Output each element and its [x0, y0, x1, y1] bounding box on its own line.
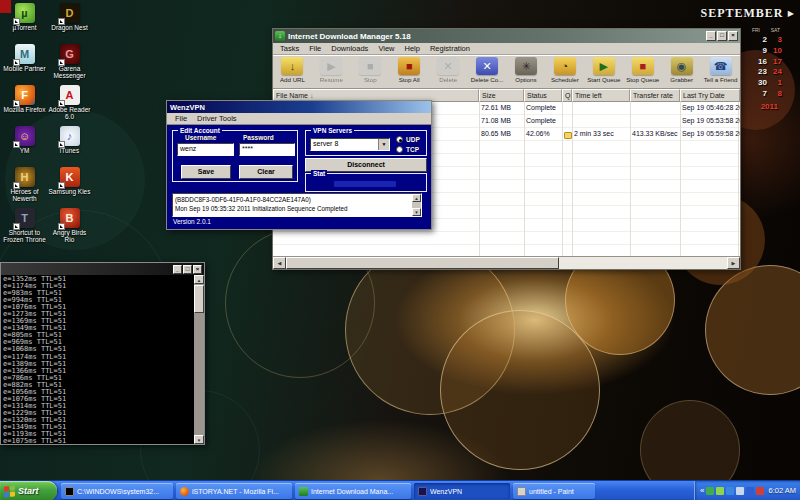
- close-button[interactable]: ×: [193, 265, 202, 274]
- calendar-date: 2: [752, 35, 767, 46]
- desktop-icon-frozen-throne[interactable]: T Shortcut to Frozen Throne: [2, 207, 47, 248]
- command-prompt-output: e=1352ms TTL=51 e=1174ms TTL=51 e=983ms …: [1, 275, 204, 444]
- username-field[interactable]: wenz: [177, 143, 234, 156]
- minimize-button[interactable]: _: [706, 31, 716, 41]
- password-field[interactable]: ****: [239, 143, 295, 156]
- maximize-button[interactable]: □: [717, 31, 727, 41]
- scroll-down-icon[interactable]: ▼: [412, 208, 421, 216]
- add-url-button[interactable]: ↓Add URL: [273, 57, 312, 88]
- scroll-up-icon[interactable]: ▲: [194, 275, 204, 284]
- stop-all-button[interactable]: ■Stop All: [390, 57, 429, 88]
- udp-radio[interactable]: [396, 136, 403, 143]
- desktop-icon-grid: µ µTorrent D Dragon Nest M Mobile Partne…: [2, 2, 92, 248]
- shortcut-arrow-icon: [58, 59, 65, 66]
- task-command-prompt[interactable]: C:\WINDOWS\system32...: [61, 483, 173, 499]
- tray-collapse-chevron[interactable]: «: [700, 487, 704, 495]
- idm-tray-icon[interactable]: [716, 487, 724, 495]
- scrollbar-thumb[interactable]: [286, 257, 559, 269]
- add-url-icon: ↓: [281, 57, 303, 75]
- scrollbar-thumb[interactable]: [194, 285, 204, 313]
- column-header-size[interactable]: Size: [479, 89, 524, 102]
- server-dropdown[interactable]: server 8 ▼: [310, 138, 390, 151]
- sort-arrow-icon: ↓: [310, 92, 314, 99]
- desktop-icon-label: Mobile Partner: [2, 65, 47, 72]
- desktop-icon-garena-messenger[interactable]: G Garena Messenger: [47, 43, 92, 84]
- menu-help[interactable]: Help: [400, 43, 425, 54]
- delete-button[interactable]: ✕Delete: [429, 57, 468, 88]
- clear-button[interactable]: Clear: [239, 165, 293, 179]
- calendar-next-arrow-icon[interactable]: ▶: [788, 9, 794, 18]
- network-globe-tray-icon[interactable]: [726, 487, 734, 495]
- scroll-right-icon[interactable]: ▶: [727, 257, 740, 269]
- dragon-nest-icon: D: [60, 3, 80, 23]
- edit-account-legend: Edit Account: [178, 127, 222, 134]
- column-header-last-try[interactable]: Last Try Date: [680, 89, 740, 102]
- options-button[interactable]: ✳Options: [507, 57, 546, 88]
- scroll-down-icon[interactable]: ▼: [194, 435, 204, 444]
- messenger-tray-icon[interactable]: [746, 487, 754, 495]
- resume-button[interactable]: ▶Resume: [312, 57, 351, 88]
- vpn-tray-icon[interactable]: [706, 487, 714, 495]
- column-header-status[interactable]: Status: [524, 89, 562, 102]
- firefox-icon: [180, 487, 189, 496]
- tell-a-friend-button[interactable]: ☎Tell a Friend: [701, 57, 740, 88]
- menu-tasks[interactable]: Tasks: [275, 43, 304, 54]
- stop-button[interactable]: ■Stop: [351, 57, 390, 88]
- taskbar-clock: 6:02 AM: [768, 486, 796, 495]
- menu-driver-tools[interactable]: Driver Tools: [192, 113, 241, 124]
- connection-tray-icon[interactable]: [736, 487, 744, 495]
- dropdown-arrow-icon[interactable]: ▼: [378, 139, 389, 150]
- task-paint[interactable]: untitled - Paint: [513, 483, 595, 499]
- idm-horizontal-scrollbar[interactable]: ◀ ▶: [273, 256, 740, 269]
- scrollbar-track[interactable]: [286, 257, 727, 269]
- close-button[interactable]: ×: [728, 31, 738, 41]
- log-scrollbar[interactable]: ▲ ▼: [412, 194, 421, 216]
- start-button[interactable]: Start: [0, 481, 57, 500]
- desktop-icon-firefox[interactable]: F Mozilla Firefox: [2, 84, 47, 125]
- stop-queue-button[interactable]: ■Stop Queue: [623, 57, 662, 88]
- desktop-icon-samsung-kies[interactable]: K Samsung Kies: [47, 166, 92, 207]
- scroll-up-icon[interactable]: ▲: [412, 194, 421, 202]
- column-header-transfer-rate[interactable]: Transfer rate: [630, 89, 680, 102]
- save-button[interactable]: Save: [181, 165, 231, 179]
- menu-file[interactable]: File: [304, 43, 326, 54]
- menu-downloads[interactable]: Downloads: [326, 43, 373, 54]
- desktop-icon-dragon-nest[interactable]: D Dragon Nest: [47, 2, 92, 43]
- stop-queue-icon: ■: [632, 57, 654, 75]
- tcp-radio[interactable]: [396, 146, 403, 153]
- bokeh-circle: [345, 245, 515, 415]
- grabber-icon: ◉: [671, 57, 693, 75]
- idm-titlebar[interactable]: ↓ Internet Download Manager 5.18 _ □ ×: [273, 29, 740, 43]
- paint-icon: [517, 487, 526, 496]
- desktop-icon-itunes[interactable]: ♪ iTunes: [47, 125, 92, 166]
- desktop-icon-ym[interactable]: ☺ YM: [2, 125, 47, 166]
- scroll-left-icon[interactable]: ◀: [273, 257, 286, 269]
- desktop: µ µTorrent D Dragon Nest M Mobile Partne…: [0, 0, 800, 500]
- windows-flag-icon: [4, 485, 15, 497]
- column-header-queue[interactable]: Q: [562, 89, 572, 102]
- desktop-icon-mobile-partner[interactable]: M Mobile Partner: [2, 43, 47, 84]
- terminal-scrollbar[interactable]: ▲ ▼: [194, 275, 204, 444]
- menu-registration[interactable]: Registration: [425, 43, 475, 54]
- menu-view[interactable]: View: [373, 43, 399, 54]
- minimize-button[interactable]: _: [173, 265, 182, 274]
- task-idm[interactable]: Internet Download Mana...: [295, 483, 411, 499]
- scheduler-button[interactable]: ◔Scheduler: [545, 57, 584, 88]
- start-queue-button[interactable]: ▶Start Queue: [584, 57, 623, 88]
- antivirus-tray-icon[interactable]: [756, 487, 764, 495]
- delete-completed-button[interactable]: ✕Delete Co...: [468, 57, 507, 88]
- maximize-button[interactable]: □: [183, 265, 192, 274]
- menu-file[interactable]: File: [170, 113, 192, 124]
- shortcut-arrow-icon: [13, 182, 20, 189]
- desktop-icon-angry-birds-rio[interactable]: B Angry Birds Rio: [47, 207, 92, 248]
- idm-menubar: Tasks File Downloads View Help Registrat…: [273, 43, 740, 55]
- task-wenzvpn[interactable]: WenzVPN: [414, 483, 510, 499]
- column-header-time-left[interactable]: Time left: [572, 89, 630, 102]
- task-firefox[interactable]: iSTORYA.NET - Mozilla Fi...: [176, 483, 292, 499]
- desktop-icon-adobe-reader[interactable]: A Adobe Reader 6.0: [47, 84, 92, 125]
- desktop-icon-utorrent[interactable]: µ µTorrent: [2, 2, 47, 43]
- command-prompt-titlebar[interactable]: _ □ ×: [1, 263, 204, 275]
- grabber-button[interactable]: ◉Grabber: [662, 57, 701, 88]
- desktop-icon-heroes-of-newerth[interactable]: H Heroes of Newerth: [2, 166, 47, 207]
- wenzvpn-titlebar[interactable]: WenzVPN: [167, 101, 431, 113]
